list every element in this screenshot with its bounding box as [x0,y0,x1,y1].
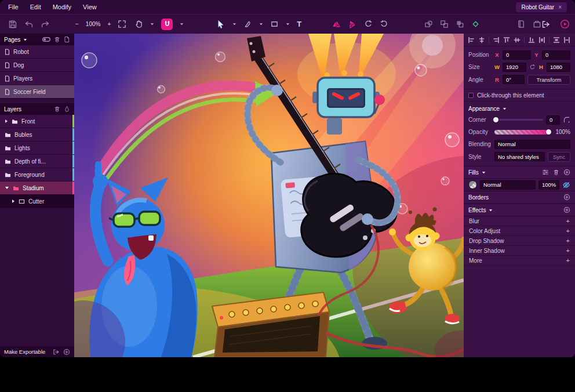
appearance-header[interactable]: Appearance [464,101,575,114]
pointer-caret-icon[interactable] [232,23,236,26]
opacity-value[interactable]: 100% [553,129,570,135]
menu-file[interactable]: File [8,3,19,10]
fill-color-swatch[interactable] [468,180,477,189]
export-asset-icon[interactable] [53,349,60,355]
redo-button[interactable] [41,20,50,29]
snapping-caret-icon[interactable] [180,23,184,26]
distribute-vertical-icon[interactable] [553,37,560,43]
clip-mask-icon[interactable] [424,20,433,28]
fills-header[interactable]: Fills [464,166,575,179]
flip-vertical-icon[interactable] [348,20,357,29]
effect-item-drop-shadow[interactable]: Drop Shadow + [464,236,575,246]
effect-item-more[interactable]: More + [464,256,575,266]
add-fill-icon[interactable] [563,169,570,176]
add-more-effect-icon[interactable]: + [566,257,570,264]
expand-caret-icon[interactable] [5,119,8,124]
effect-item-inner-shadow[interactable]: Inner Shadow + [464,246,575,256]
delete-page-icon[interactable] [54,36,60,43]
layer-item-depth[interactable]: Depth of fi... [0,155,74,168]
zoom-level[interactable]: 100% [86,21,101,27]
height-input[interactable]: 1080 [547,63,570,72]
close-tab-icon[interactable]: × [558,4,562,10]
text-tool-icon[interactable]: T [297,20,301,28]
fill-visibility-eye-icon[interactable] [562,181,570,189]
corner-input[interactable]: 0 [546,115,560,125]
export-icon[interactable] [541,20,551,29]
hand-tool-caret-icon[interactable] [150,23,154,26]
add-color-adjust-icon[interactable]: + [566,228,570,234]
flip-horizontal-icon[interactable] [332,20,341,29]
layer-item-foreground[interactable]: Foreground [0,168,74,182]
align-right-icon[interactable] [493,37,500,43]
page-item-players[interactable]: Players [0,72,74,85]
layer-item-stadium[interactable]: Stadium [0,182,74,195]
align-top-icon[interactable] [503,37,510,43]
align-middle-icon[interactable] [514,37,521,43]
add-page-icon[interactable] [64,36,70,43]
equal-spacing-icon[interactable] [563,37,570,43]
pages-caret-icon[interactable] [23,38,27,41]
undo-button[interactable] [24,20,34,29]
add-blur-icon[interactable]: + [566,218,570,224]
layer-color-icon[interactable] [64,106,70,112]
click-through-checkbox[interactable] [468,93,474,98]
add-inner-shadow-icon[interactable]: + [566,248,570,254]
menu-modify[interactable]: Modify [53,3,71,10]
width-input[interactable]: 1920 [503,63,526,72]
y-input[interactable]: 0 [542,50,570,60]
transform-button[interactable]: Transform [527,75,570,85]
align-center-horizontal-icon[interactable] [478,37,485,43]
add-effect-icon[interactable] [563,206,570,213]
zoom-in-button[interactable]: + [107,21,111,27]
effects-header[interactable]: Effects [464,204,575,216]
add-drop-shadow-icon[interactable]: + [566,238,570,244]
make-exportable-bar[interactable]: Make Exportable [0,346,74,357]
delete-fill-icon[interactable] [553,169,559,176]
effect-item-color-adjust[interactable]: Color Adjust + [464,226,575,236]
rotate-ccw-icon[interactable] [364,20,373,28]
layer-item-cutter[interactable]: Cutter [0,195,74,208]
fill-options-icon[interactable] [542,169,549,176]
layer-item-lights[interactable]: Lights [0,141,74,155]
page-item-soccer-field[interactable]: Soccer Field [0,85,74,99]
knife-tool-icon[interactable] [243,20,252,28]
blending-select[interactable]: Normal [494,140,570,149]
assets-icon[interactable] [533,20,541,28]
boolean-icon[interactable] [456,20,464,28]
hand-tool-icon[interactable] [134,20,143,28]
fill-blend-select[interactable]: Normal [480,180,536,190]
lock-ratio-icon[interactable] [529,64,536,71]
zoom-out-button[interactable]: − [75,21,79,27]
x-input[interactable]: 0 [503,50,531,60]
pointer-tool-icon[interactable] [216,20,225,29]
borders-header[interactable]: Borders [464,191,575,204]
effect-item-blur[interactable]: Blur + [464,216,575,226]
add-export-icon[interactable] [63,349,70,355]
page-item-dog[interactable]: Dog [0,59,74,72]
pages-toggle-icon[interactable] [42,37,50,42]
shape-tool-icon[interactable] [270,20,279,28]
symbol-icon[interactable] [471,20,480,28]
snapping-magnet-icon[interactable] [161,19,173,30]
shape-caret-icon[interactable] [286,23,290,26]
delete-layer-icon[interactable] [54,106,60,112]
layer-item-front[interactable]: Front [0,115,74,128]
fill-opacity-input[interactable]: 100% [538,180,559,190]
corner-options-icon[interactable] [563,116,570,124]
align-left-icon[interactable] [468,37,475,43]
rotate-cw-icon[interactable] [380,20,388,28]
document-tab[interactable]: Robot Guitar × [516,2,567,12]
libraries-icon[interactable] [517,20,526,28]
page-item-robot[interactable]: Robot [0,45,74,59]
knife-caret-icon[interactable] [259,23,263,26]
expand-caret-icon[interactable] [12,199,15,204]
preview-play-icon[interactable] [560,19,570,29]
group-icon[interactable] [440,20,449,28]
distribute-horizontal-icon[interactable] [538,37,545,43]
sync-button[interactable]: Sync [548,152,570,162]
layer-item-bubles[interactable]: Bubles [0,128,74,141]
add-border-icon[interactable] [563,194,570,201]
save-button[interactable] [8,20,17,29]
collapse-caret-icon[interactable] [5,186,9,190]
fill-row[interactable]: Normal 100% [464,179,575,191]
